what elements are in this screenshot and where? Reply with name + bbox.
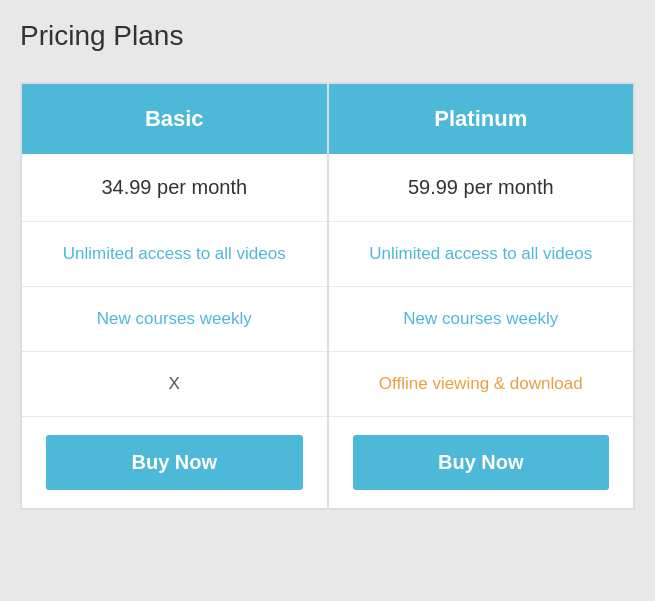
plan-feature-platinum-3: Offline viewing & download bbox=[329, 352, 634, 417]
plan-footer-platinum: Buy Now bbox=[329, 417, 634, 508]
buy-button-basic[interactable]: Buy Now bbox=[46, 435, 303, 490]
plan-card-platinum: Platinum 59.99 per month Unlimited acces… bbox=[328, 83, 635, 509]
plan-price-platinum: 59.99 per month bbox=[329, 154, 634, 222]
plan-feature-basic-1: Unlimited access to all videos bbox=[22, 222, 327, 287]
plan-feature-basic-2: New courses weekly bbox=[22, 287, 327, 352]
plan-feature-platinum-1: Unlimited access to all videos bbox=[329, 222, 634, 287]
page-title: Pricing Plans bbox=[20, 20, 635, 52]
plan-card-basic: Basic 34.99 per month Unlimited access t… bbox=[21, 83, 328, 509]
plan-feature-platinum-2: New courses weekly bbox=[329, 287, 634, 352]
buy-button-platinum[interactable]: Buy Now bbox=[353, 435, 610, 490]
plan-feature-basic-3: X bbox=[22, 352, 327, 417]
plan-footer-basic: Buy Now bbox=[22, 417, 327, 508]
plan-header-basic: Basic bbox=[22, 84, 327, 154]
plan-price-basic: 34.99 per month bbox=[22, 154, 327, 222]
pricing-plans: Basic 34.99 per month Unlimited access t… bbox=[20, 82, 635, 510]
plan-header-platinum: Platinum bbox=[329, 84, 634, 154]
